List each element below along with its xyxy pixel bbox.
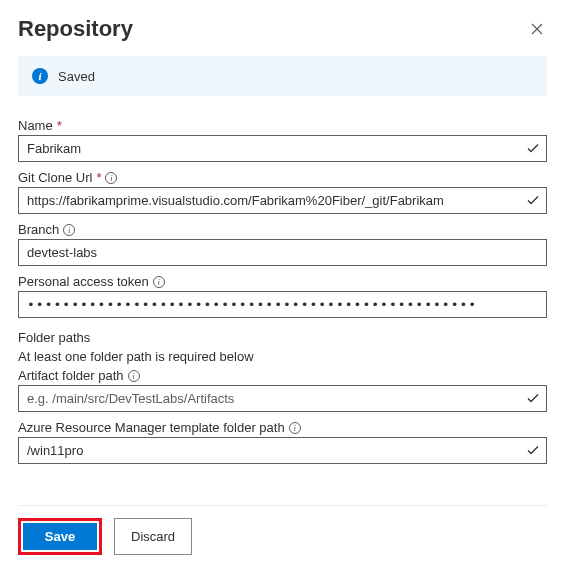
branch-input[interactable]	[18, 239, 547, 266]
arm-path-label: Azure Resource Manager template folder p…	[18, 420, 547, 435]
info-icon: i	[32, 68, 48, 84]
name-input[interactable]	[18, 135, 547, 162]
discard-button[interactable]: Discard	[114, 518, 192, 555]
help-icon[interactable]: i	[63, 224, 75, 236]
artifact-path-input[interactable]	[18, 385, 547, 412]
folder-paths-heading: Folder paths	[18, 330, 547, 345]
close-icon[interactable]	[527, 17, 547, 42]
help-icon[interactable]: i	[153, 276, 165, 288]
pat-input[interactable]: ••••••••••••••••••••••••••••••••••••••••…	[18, 291, 547, 318]
save-highlight: Save	[18, 518, 102, 555]
git-url-label: Git Clone Url* i	[18, 170, 547, 185]
arm-path-input[interactable]	[18, 437, 547, 464]
footer-actions: Save Discard	[18, 505, 547, 555]
status-text: Saved	[58, 69, 95, 84]
name-label: Name*	[18, 118, 547, 133]
help-icon[interactable]: i	[105, 172, 117, 184]
help-icon[interactable]: i	[289, 422, 301, 434]
help-icon[interactable]: i	[128, 370, 140, 382]
artifact-path-label: Artifact folder path i	[18, 368, 547, 383]
save-button[interactable]: Save	[23, 523, 97, 550]
pat-label: Personal access token i	[18, 274, 547, 289]
status-banner: i Saved	[18, 56, 547, 96]
branch-label: Branch i	[18, 222, 547, 237]
folder-paths-hint: At least one folder path is required bel…	[18, 349, 547, 364]
panel-title: Repository	[18, 16, 133, 42]
git-url-input[interactable]	[18, 187, 547, 214]
